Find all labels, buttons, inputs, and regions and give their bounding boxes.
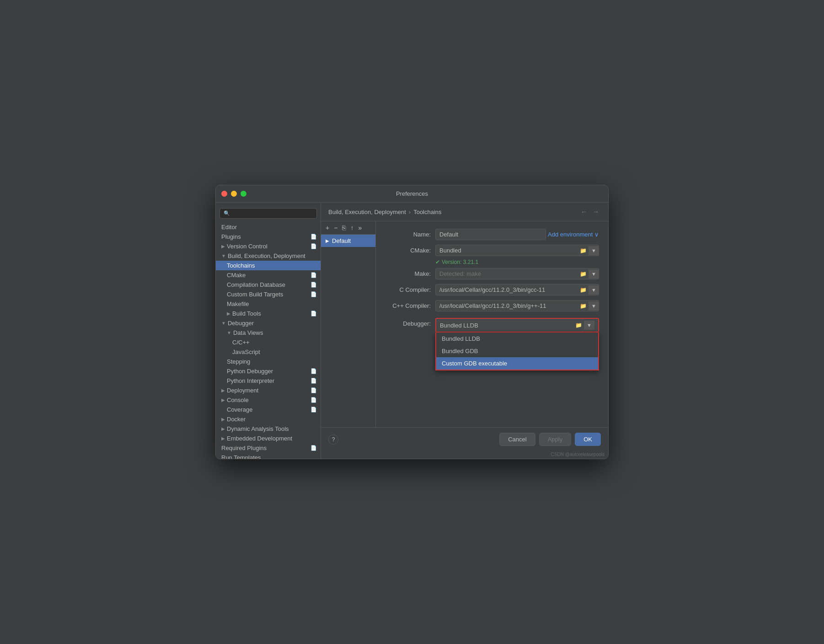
sidebar-item-build-execution[interactable]: ▼ Build, Execution, Deployment: [216, 251, 321, 261]
sidebar-item-makefile[interactable]: Makefile: [216, 299, 321, 309]
sidebar-item-console[interactable]: ▶ Console 📄: [216, 395, 321, 405]
back-arrow[interactable]: ←: [579, 207, 589, 216]
dropdown-item-bundled-gdb[interactable]: Bundled GDB: [436, 345, 598, 357]
sidebar-item-coverage[interactable]: Coverage 📄: [216, 405, 321, 414]
page-icon: 📄: [310, 387, 317, 393]
titlebar: Preferences: [216, 185, 608, 203]
cmake-version-text: Version: 3.21.1: [442, 259, 478, 265]
page-icon: 📄: [310, 243, 317, 249]
page-icon: 📄: [310, 291, 317, 297]
breadcrumb-separator: ›: [409, 209, 411, 215]
ok-button[interactable]: OK: [575, 433, 601, 446]
sidebar-item-data-views[interactable]: ▼ Data Views: [216, 328, 321, 338]
cmake-label: CMake:: [385, 247, 431, 254]
add-environment-button[interactable]: Add environment ∨: [548, 231, 599, 238]
sidebar-item-python-debugger[interactable]: Python Debugger 📄: [216, 366, 321, 376]
toolchains-list: + − ⎘ ↑ » ▶ Default: [321, 221, 376, 427]
chevron-right-icon: ▶: [227, 311, 230, 316]
add-toolchain-button[interactable]: +: [324, 223, 331, 232]
sidebar-item-embedded-dev[interactable]: ▶ Embedded Development: [216, 434, 321, 443]
chevron-down-icon: ▼: [221, 253, 226, 258]
remove-toolchain-button[interactable]: −: [332, 223, 339, 232]
tc-toolbar: + − ⎘ ↑ »: [321, 221, 375, 235]
chevron-right-icon: ▶: [221, 436, 225, 441]
toolchain-item-default[interactable]: ▶ Default: [321, 235, 375, 247]
page-icon: 📄: [310, 378, 317, 384]
up-toolchain-button[interactable]: ↑: [348, 223, 355, 232]
debugger-controls: 📁 ▼: [573, 321, 594, 330]
search-box[interactable]: 🔍: [219, 208, 317, 219]
make-icons: 📁 ▼: [578, 269, 599, 279]
sidebar: 🔍 Editor Plugins 📄 ▶ Version Control: [216, 203, 321, 459]
cmake-select[interactable]: Bundled: [435, 245, 599, 256]
apply-button[interactable]: Apply: [539, 433, 572, 446]
sidebar-item-python-interpreter[interactable]: Python Interpreter 📄: [216, 376, 321, 386]
sidebar-item-run-templates[interactable]: Run Templates...: [216, 453, 321, 459]
minimize-button[interactable]: [231, 191, 237, 197]
make-input[interactable]: [435, 268, 599, 279]
cpp-compiler-row: C++ Compiler: 📁 ▼: [385, 300, 599, 311]
breadcrumb-parent: Build, Execution, Deployment: [328, 209, 406, 215]
sidebar-item-cmake[interactable]: CMake 📄: [216, 270, 321, 280]
c-compiler-folder-icon[interactable]: 📁: [578, 287, 589, 293]
help-button[interactable]: ?: [328, 435, 338, 445]
cmake-select-wrapper: Bundled 📁 ▼: [435, 245, 599, 256]
breadcrumb-current: Toolchains: [413, 209, 441, 215]
page-icon: 📄: [310, 311, 317, 317]
sidebar-item-editor[interactable]: Editor: [216, 222, 321, 232]
sidebar-item-plugins[interactable]: Plugins 📄: [216, 232, 321, 242]
sidebar-item-compilation-db[interactable]: Compilation Database 📄: [216, 280, 321, 290]
make-folder-icon[interactable]: 📁: [578, 271, 589, 277]
cpp-compiler-label: C++ Compiler:: [385, 302, 431, 309]
name-input[interactable]: [435, 229, 546, 240]
cmake-folder-icon[interactable]: 📁: [578, 247, 589, 254]
debugger-select-box[interactable]: Bundled LLDB 📁 ▼: [435, 318, 599, 333]
c-compiler-dropdown-arrow[interactable]: ▼: [589, 285, 599, 295]
sidebar-item-build-tools[interactable]: ▶ Build Tools 📄: [216, 309, 321, 318]
chevron-right-icon: ▶: [221, 397, 225, 402]
sidebar-item-cpp[interactable]: C/C++: [216, 338, 321, 347]
dropdown-item-custom-gdb[interactable]: Custom GDB executable: [436, 357, 598, 370]
sidebar-item-custom-build-targets[interactable]: Custom Build Targets 📄: [216, 290, 321, 299]
more-toolchain-button[interactable]: »: [356, 223, 364, 232]
form-area: Name: Add environment ∨ CMake: Bundled: [376, 221, 608, 427]
page-icon: 📄: [310, 407, 317, 413]
chevron-right-icon: ▶: [221, 426, 225, 431]
main-panel: Build, Execution, Deployment › Toolchain…: [321, 203, 608, 459]
dropdown-item-bundled-lldb[interactable]: Bundled LLDB: [436, 333, 598, 345]
cpp-compiler-folder-icon[interactable]: 📁: [578, 303, 589, 309]
sidebar-item-toolchains[interactable]: Toolchains: [216, 261, 321, 270]
cmake-icons: 📁 ▼: [578, 246, 599, 255]
chevron-right-icon: ▶: [221, 388, 225, 393]
sidebar-item-docker[interactable]: ▶ Docker: [216, 414, 321, 424]
close-button[interactable]: [221, 191, 227, 197]
c-compiler-input[interactable]: [435, 284, 599, 295]
c-compiler-row: C Compiler: 📁 ▼: [385, 284, 599, 295]
name-label: Name:: [385, 231, 431, 238]
sidebar-item-stepping[interactable]: Stepping: [216, 357, 321, 366]
copy-toolchain-button[interactable]: ⎘: [340, 223, 348, 232]
cancel-button[interactable]: Cancel: [499, 433, 535, 446]
cpp-compiler-dropdown-arrow[interactable]: ▼: [589, 301, 599, 311]
sidebar-item-dynamic-analysis[interactable]: ▶ Dynamic Analysis Tools: [216, 424, 321, 434]
c-compiler-icons: 📁 ▼: [578, 285, 599, 295]
sidebar-item-javascript[interactable]: JavaScript: [216, 347, 321, 357]
preferences-window: Preferences 🔍 Editor Plugins 📄: [215, 185, 609, 459]
debugger-folder-icon[interactable]: 📁: [573, 322, 584, 328]
sidebar-item-version-control[interactable]: ▶ Version Control 📄: [216, 242, 321, 251]
page-icon: 📄: [310, 234, 317, 240]
maximize-button[interactable]: [241, 191, 246, 197]
sidebar-item-debugger[interactable]: ▼ Debugger: [216, 318, 321, 328]
cpp-compiler-icons: 📁 ▼: [578, 301, 599, 311]
c-compiler-wrapper: 📁 ▼: [435, 284, 599, 295]
page-icon: 📄: [310, 397, 317, 403]
make-dropdown-arrow[interactable]: ▼: [589, 269, 599, 279]
sidebar-item-deployment[interactable]: ▶ Deployment 📄: [216, 386, 321, 395]
toolchain-arrow-icon: ▶: [326, 238, 329, 243]
cpp-compiler-input[interactable]: [435, 300, 599, 311]
page-icon: 📄: [310, 272, 317, 278]
sidebar-item-required-plugins[interactable]: Required Plugins 📄: [216, 443, 321, 453]
debugger-dropdown-arrow[interactable]: ▼: [584, 321, 594, 330]
forward-arrow[interactable]: →: [591, 207, 601, 216]
cmake-dropdown-arrow[interactable]: ▼: [589, 246, 599, 255]
